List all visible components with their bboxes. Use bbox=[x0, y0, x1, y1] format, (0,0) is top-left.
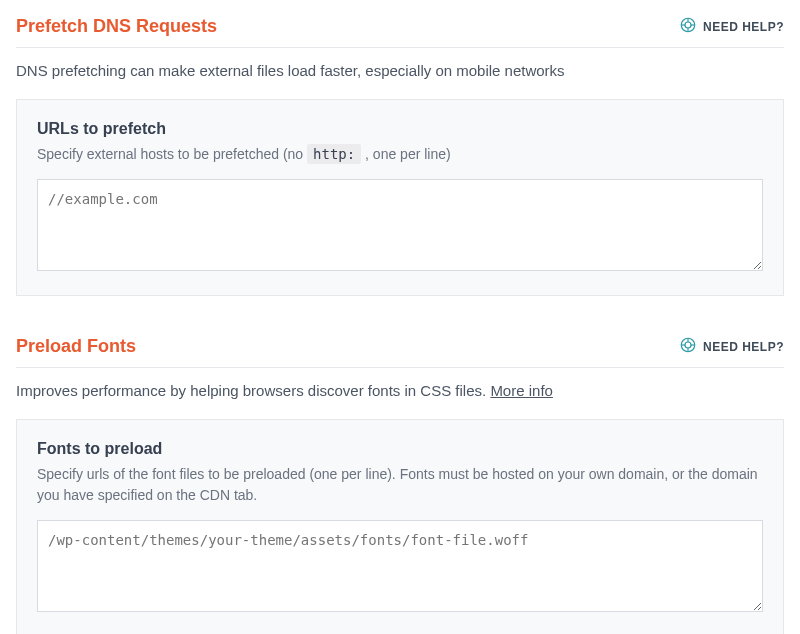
preload-help-link[interactable]: NEED HELP? bbox=[679, 336, 784, 357]
prefetch-card-subtitle: Specify external hosts to be prefetched … bbox=[37, 144, 763, 165]
preload-fonts-textarea[interactable] bbox=[37, 520, 763, 612]
prefetch-urls-textarea[interactable] bbox=[37, 179, 763, 271]
svg-point-1 bbox=[685, 22, 691, 28]
prefetch-subtitle-after: , one per line) bbox=[361, 146, 451, 162]
prefetch-subtitle-before: Specify external hosts to be prefetched … bbox=[37, 146, 307, 162]
prefetch-subtitle-code: http: bbox=[307, 144, 361, 164]
help-icon bbox=[679, 16, 697, 37]
preload-description: Improves performance by helping browsers… bbox=[16, 382, 784, 399]
preload-card: Fonts to preload Specify urls of the fon… bbox=[16, 419, 784, 634]
preload-card-subtitle: Specify urls of the font files to be pre… bbox=[37, 464, 763, 506]
prefetch-help-link[interactable]: NEED HELP? bbox=[679, 16, 784, 37]
prefetch-card-title: URLs to prefetch bbox=[37, 120, 763, 138]
prefetch-dns-section: Prefetch DNS Requests NEED HELP? DNS pre… bbox=[16, 16, 784, 296]
help-label: NEED HELP? bbox=[703, 20, 784, 34]
more-info-link[interactable]: More info bbox=[490, 382, 553, 399]
help-icon bbox=[679, 336, 697, 357]
preload-description-text: Improves performance by helping browsers… bbox=[16, 382, 490, 399]
help-label: NEED HELP? bbox=[703, 340, 784, 354]
prefetch-title: Prefetch DNS Requests bbox=[16, 16, 217, 37]
prefetch-card: URLs to prefetch Specify external hosts … bbox=[16, 99, 784, 296]
prefetch-description: DNS prefetching can make external files … bbox=[16, 62, 784, 79]
preload-fonts-section: Preload Fonts NEED HELP? Improves perfor… bbox=[16, 336, 784, 634]
preload-title: Preload Fonts bbox=[16, 336, 136, 357]
prefetch-section-header: Prefetch DNS Requests NEED HELP? bbox=[16, 16, 784, 48]
preload-card-title: Fonts to preload bbox=[37, 440, 763, 458]
preload-section-header: Preload Fonts NEED HELP? bbox=[16, 336, 784, 368]
svg-point-7 bbox=[685, 342, 691, 348]
